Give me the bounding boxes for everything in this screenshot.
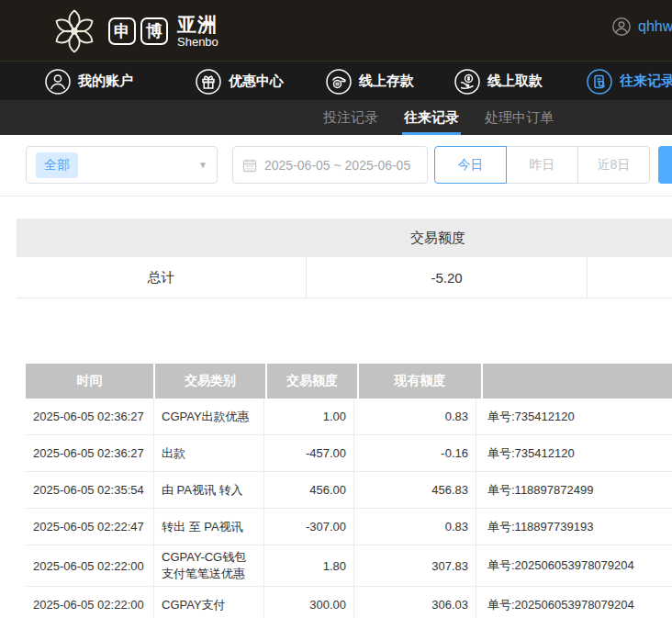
main-nav: 我的账户 优惠中心 线上存款 线上取款 xyxy=(0,61,672,100)
record-tabs: 投注记录 往来记录 处理中订单 xyxy=(323,100,554,135)
cell-note: 单号:202506053978079204 xyxy=(476,587,672,618)
cell-type: 出款 xyxy=(153,435,263,471)
tab-transaction-records[interactable]: 往来记录 xyxy=(404,100,459,135)
tab-betting-records[interactable]: 投注记录 xyxy=(323,100,378,135)
date-range-value: 2025-06-05 ~ 2025-06-05 xyxy=(264,158,410,173)
nav-label: 线上取款 xyxy=(487,73,543,90)
nav-label: 我的账户 xyxy=(78,73,133,90)
search-button[interactable] xyxy=(658,146,672,184)
summary-total-value: -5.20 xyxy=(306,257,587,298)
cell-amount: 300.00 xyxy=(263,587,353,618)
summary-total-label: 总计 xyxy=(17,257,306,298)
table-row: 2025-06-05 02:22:47 转出 至 PA视讯 -307.00 0.… xyxy=(26,509,672,545)
col-header-balance: 现有额度 xyxy=(359,364,481,399)
cell-type: 转出 至 PA视讯 xyxy=(153,509,263,545)
cell-balance: 306.03 xyxy=(353,587,476,618)
cell-note: 单号:735412120 xyxy=(476,435,672,471)
table-row: 2025-06-05 02:22:00 CGPAY-CG钱包支付笔笔送优惠 1.… xyxy=(26,545,672,587)
summary-extra-cell xyxy=(587,257,672,298)
cell-time: 2025-06-05 02:22:00 xyxy=(26,545,153,586)
cell-balance: 307.83 xyxy=(353,545,476,586)
summary-total-row: 总计 -5.20 xyxy=(17,257,672,298)
brand-name-boxes: 申 博 xyxy=(108,17,168,45)
calendar-icon xyxy=(242,158,257,173)
chevron-down-icon: ▼ xyxy=(198,160,207,170)
tab-pending-orders[interactable]: 处理中订单 xyxy=(485,100,554,135)
cell-balance: 456.83 xyxy=(353,472,476,508)
cell-time: 2025-06-05 02:35:54 xyxy=(26,472,153,508)
cell-balance: 0.83 xyxy=(353,399,476,434)
col-header-note: 摘要 xyxy=(483,364,672,399)
cell-type: CGPAY出款优惠 xyxy=(153,399,263,434)
flower-logo-icon xyxy=(48,6,101,57)
brand-latin: Shenbo xyxy=(177,36,218,48)
table-row: 2025-06-05 02:36:27 出款 -457.00 -0.16 单号:… xyxy=(26,435,672,472)
cell-amount: 456.00 xyxy=(263,472,353,508)
user-avatar-icon xyxy=(611,17,632,37)
quick-date-buttons: 今日 昨日 近8日 xyxy=(434,146,650,184)
cell-amount: -457.00 xyxy=(263,435,353,471)
records-table-body: 2025-06-05 02:36:27 CGPAY出款优惠 1.00 0.83 … xyxy=(26,399,672,618)
cell-type: CGPAY支付 xyxy=(153,587,263,618)
cell-note: 单号:202506053978079204 xyxy=(476,545,672,586)
cell-type: 由 PA视讯 转入 xyxy=(153,472,263,508)
col-header-time: 时间 xyxy=(26,364,153,399)
nav-item-my-account[interactable]: 我的账户 xyxy=(44,62,133,101)
type-select[interactable]: 全部 ▼ xyxy=(26,146,218,184)
site-header: 申 博 亚洲 Shenbo qhhw xyxy=(0,0,672,61)
cell-balance: -0.16 xyxy=(353,435,476,471)
withdrawal-icon xyxy=(454,68,481,96)
records-table-header: 时间 交易类别 交易额度 现有额度 摘要 xyxy=(26,364,672,399)
last-8-days-button[interactable]: 近8日 xyxy=(577,146,650,184)
user-area[interactable]: qhhw xyxy=(611,17,672,37)
cell-type: CGPAY-CG钱包支付笔笔送优惠 xyxy=(153,545,263,586)
cell-time: 2025-06-05 02:36:27 xyxy=(26,399,153,434)
deposit-icon xyxy=(325,68,353,96)
nav-item-transaction-records[interactable]: 往来记录 xyxy=(586,62,672,101)
sub-nav: 投注记录 往来记录 处理中订单 xyxy=(0,100,672,135)
cell-balance: 0.83 xyxy=(353,509,476,545)
cell-note: 单号:735412120 xyxy=(476,399,672,434)
cell-amount: 1.00 xyxy=(263,399,353,434)
records-table: 时间 交易类别 交易额度 现有额度 摘要 2025-06-05 02:36:27… xyxy=(26,364,672,618)
cell-amount: 1.80 xyxy=(263,545,353,586)
nav-item-promotions[interactable]: 优惠中心 xyxy=(195,62,284,101)
account-icon xyxy=(44,68,72,96)
cell-time: 2025-06-05 02:22:00 xyxy=(26,587,153,618)
table-row: 2025-06-05 02:35:54 由 PA视讯 转入 456.00 456… xyxy=(26,472,672,509)
summary-header: 交易额度 xyxy=(17,219,672,257)
yesterday-button[interactable]: 昨日 xyxy=(506,146,578,184)
table-row: 2025-06-05 02:36:27 CGPAY出款优惠 1.00 0.83 … xyxy=(26,399,672,435)
cell-amount: -307.00 xyxy=(263,509,353,545)
cell-time: 2025-06-05 02:36:27 xyxy=(26,435,153,471)
nav-label: 优惠中心 xyxy=(229,73,284,90)
nav-label: 往来记录 xyxy=(620,73,672,90)
date-range-input[interactable]: 2025-06-05 ~ 2025-06-05 xyxy=(232,146,428,184)
today-button[interactable]: 今日 xyxy=(434,146,507,184)
records-icon xyxy=(586,68,613,96)
brand-char-1: 申 xyxy=(108,17,136,45)
gift-icon xyxy=(195,68,222,96)
cell-note: 单号:118897739193 xyxy=(476,509,672,545)
col-header-amount: 交易额度 xyxy=(267,364,357,399)
username[interactable]: qhhw xyxy=(638,18,672,35)
nav-item-deposit[interactable]: 线上存款 xyxy=(325,62,414,101)
col-header-type: 交易类别 xyxy=(155,364,265,399)
brand-region-block: 亚洲 Shenbo xyxy=(177,15,218,48)
cell-note: 单号:118897872499 xyxy=(476,472,672,508)
brand-char-2: 博 xyxy=(140,17,168,45)
table-row: 2025-06-05 02:22:00 CGPAY支付 300.00 306.0… xyxy=(26,587,672,618)
summary-table: 交易额度 总计 -5.20 xyxy=(17,219,672,298)
cell-time: 2025-06-05 02:22:47 xyxy=(26,509,153,545)
nav-label: 线上存款 xyxy=(359,73,414,90)
brand-region: 亚洲 xyxy=(177,15,218,34)
nav-item-withdrawal[interactable]: 线上取款 xyxy=(454,62,543,101)
filter-bar: 全部 ▼ 2025-06-05 ~ 2025-06-05 今日 昨日 近8日 xyxy=(0,135,672,197)
brand-logo[interactable]: 申 博 亚洲 Shenbo xyxy=(48,6,218,57)
type-select-value[interactable]: 全部 xyxy=(36,152,78,178)
